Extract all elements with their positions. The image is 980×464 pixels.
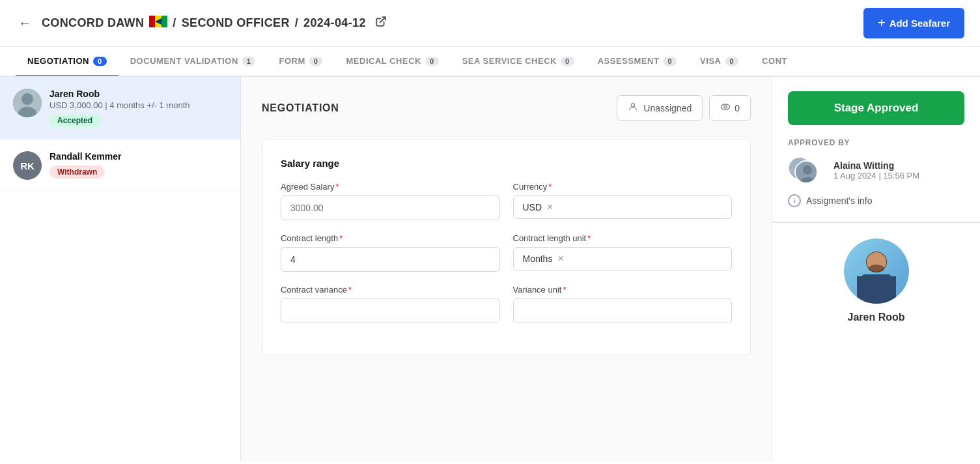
currency-remove-icon[interactable]: ×	[547, 201, 553, 213]
sidebar: Jaren Roob USD 3,000.00 | 4 months +/- 1…	[0, 77, 241, 461]
tab-form-badge: 0	[309, 57, 323, 66]
tab-medical-badge: 0	[425, 57, 439, 66]
contract-variance-group: Contract variance*	[281, 285, 500, 323]
add-seafarer-button[interactable]: + Add Seafarer	[863, 8, 964, 38]
contract-variance-input[interactable]	[281, 298, 500, 323]
assignment-info-label: Assigment's info	[806, 196, 873, 206]
content-title: NEGOTIATION	[262, 102, 339, 114]
section-label: Salary range	[281, 158, 732, 169]
tab-cont[interactable]: CONT	[750, 47, 799, 77]
tab-sea-service-badge: 0	[561, 57, 574, 66]
separator-1: /	[173, 16, 176, 30]
svg-rect-0	[149, 16, 155, 27]
approver-avatars	[788, 156, 815, 184]
svg-point-6	[21, 93, 33, 105]
currency-label: Currency*	[513, 182, 733, 192]
contract-length-group: Contract length*	[281, 233, 500, 272]
svg-point-8	[632, 104, 635, 107]
content-panel: NEGOTIATION Unassigned	[241, 77, 772, 461]
position-title: SECOND OFFICER	[182, 16, 290, 30]
flag-icon	[149, 16, 167, 31]
tab-document-badge: 1	[242, 57, 256, 66]
approver-avatar-2	[794, 160, 818, 184]
tab-bar: NEGOTIATION 0 DOCUMENT VALIDATION 1 FORM…	[0, 47, 980, 77]
variance-unit-input[interactable]	[513, 298, 733, 323]
vessel-name: CONCORD DAWN	[42, 16, 144, 30]
salary-form-section: Salary range Agreed Salary* Currency* US…	[262, 139, 751, 355]
contract-unit-tag-input[interactable]: Months ×	[513, 247, 733, 270]
date-title: 2024-04-12	[303, 16, 366, 30]
months-remove-icon[interactable]: ×	[557, 253, 563, 265]
content-header-actions: Unassigned 0	[617, 95, 751, 121]
topbar-left: ← CONCORD DAWN / SECOND OFFICER / 2024-0…	[16, 13, 387, 33]
avatar-jaren	[13, 89, 42, 117]
person-icon	[628, 102, 638, 114]
contract-variance-label: Contract variance*	[281, 285, 500, 295]
variance-unit-group: Variance unit*	[513, 285, 733, 323]
tab-assessment-badge: 0	[663, 57, 677, 66]
tab-negotiation[interactable]: NEGOTIATION 0	[16, 47, 119, 77]
view-count-button[interactable]: 0	[709, 95, 751, 121]
form-row-contract: Contract length* Contract length unit* M…	[281, 233, 732, 272]
tab-document-validation[interactable]: DOCUMENT VALIDATION 1	[119, 47, 268, 77]
tab-sea-service-check[interactable]: SEA SERVICE CHECK 0	[451, 47, 586, 77]
svg-point-22	[869, 265, 884, 272]
approver-date: 1 Aug 2024 | 15:56 PM	[833, 171, 919, 181]
svg-rect-2	[161, 16, 167, 27]
svg-rect-20	[862, 274, 891, 293]
tab-medical-check[interactable]: MEDICAL CHECK 0	[334, 47, 450, 77]
randall-info: Randall Kemmer Withdrawn	[49, 151, 227, 179]
tab-assessment[interactable]: ASSESSMENT 0	[586, 47, 688, 77]
sidebar-item-randall-kemmer[interactable]: RK Randall Kemmer Withdrawn	[0, 139, 240, 192]
external-link-icon[interactable]	[375, 16, 387, 31]
back-button[interactable]: ←	[16, 13, 34, 33]
profile-photo	[844, 239, 909, 304]
separator-2: /	[295, 16, 298, 30]
variance-unit-label: Variance unit*	[513, 285, 733, 295]
content-header: NEGOTIATION Unassigned	[262, 95, 751, 121]
info-icon: i	[788, 194, 801, 207]
agreed-salary-group: Agreed Salary*	[281, 182, 500, 220]
months-value: Months	[523, 254, 553, 264]
form-row-salary: Agreed Salary* Currency* USD ×	[281, 182, 732, 220]
approver-details: Alaina Witting 1 Aug 2024 | 15:56 PM	[833, 160, 919, 181]
randall-name: Randall Kemmer	[49, 151, 227, 162]
main-layout: Jaren Roob USD 3,000.00 | 4 months +/- 1…	[0, 77, 980, 461]
assignment-info-row[interactable]: i Assigment's info	[788, 194, 964, 207]
contract-length-input[interactable]	[281, 247, 500, 272]
currency-group: Currency* USD ×	[513, 182, 733, 220]
agreed-salary-input[interactable]	[281, 196, 500, 220]
contract-length-label: Contract length*	[281, 233, 500, 243]
svg-line-4	[380, 17, 385, 22]
unassigned-button[interactable]: Unassigned	[617, 95, 703, 121]
profile-name: Jaren Roob	[847, 312, 904, 323]
jaren-badge: Accepted	[49, 114, 100, 127]
currency-tag-input[interactable]: USD ×	[513, 196, 733, 219]
approved-by-label: APPROVED BY	[788, 138, 964, 147]
jaren-salary: USD 3,000.00 | 4 months +/- 1 month	[49, 100, 227, 110]
topbar: ← CONCORD DAWN / SECOND OFFICER / 2024-0…	[0, 0, 980, 47]
right-panel: Stage Approved APPROVED BY	[772, 77, 980, 461]
tab-form[interactable]: FORM 0	[267, 47, 334, 77]
svg-point-15	[803, 166, 812, 175]
eye-icon	[720, 102, 731, 114]
add-icon: +	[878, 16, 886, 31]
randall-badge: Withdrawn	[49, 166, 105, 179]
stage-approved-button[interactable]: Stage Approved	[788, 91, 964, 125]
approver-name: Alaina Witting	[833, 160, 919, 171]
avatar-randall: RK	[13, 151, 42, 180]
form-row-variance: Contract variance* Variance unit*	[281, 285, 732, 323]
tab-visa-badge: 0	[725, 57, 739, 66]
jaren-info: Jaren Roob USD 3,000.00 | 4 months +/- 1…	[49, 89, 227, 127]
right-profile: Jaren Roob	[772, 222, 980, 339]
svg-point-9	[721, 104, 730, 109]
page-title: CONCORD DAWN / SECOND OFFICER / 2024-04-…	[42, 16, 387, 31]
contract-length-unit-label: Contract length unit*	[513, 233, 733, 243]
svg-point-10	[724, 106, 727, 108]
right-top: Stage Approved APPROVED BY	[772, 77, 980, 222]
sidebar-item-jaren-roob[interactable]: Jaren Roob USD 3,000.00 | 4 months +/- 1…	[0, 77, 240, 139]
tab-negotiation-badge: 0	[93, 57, 107, 66]
currency-value: USD	[523, 202, 542, 212]
agreed-salary-label: Agreed Salary*	[281, 182, 500, 192]
tab-visa[interactable]: VISA 0	[688, 47, 750, 77]
